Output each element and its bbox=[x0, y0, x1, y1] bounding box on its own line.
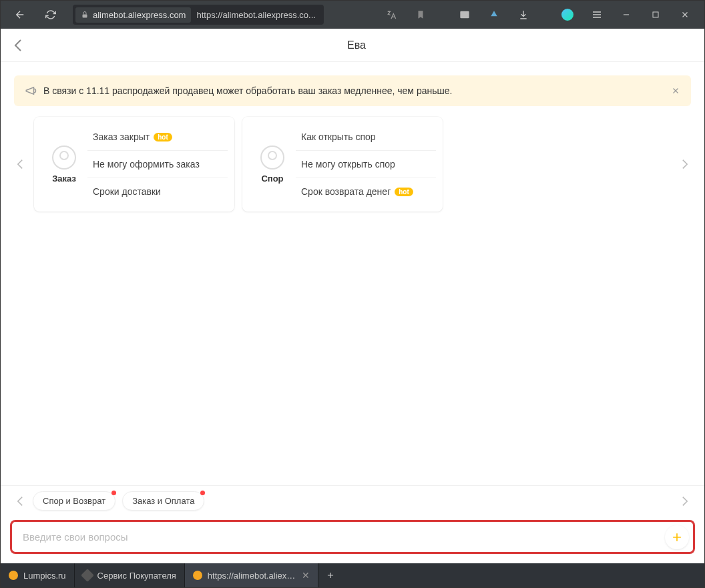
card-item[interactable]: Заказ закрыт hot bbox=[87, 123, 228, 151]
dispute-icon bbox=[260, 145, 284, 170]
svg-rect-2 bbox=[653, 12, 658, 17]
browser-tab[interactable]: Сервис Покупателя bbox=[75, 563, 185, 587]
svg-rect-0 bbox=[83, 15, 87, 18]
profile-icon[interactable] bbox=[553, 1, 581, 29]
close-window-button[interactable] bbox=[671, 1, 699, 29]
maximize-button[interactable] bbox=[642, 1, 670, 29]
tab-favicon bbox=[9, 571, 18, 580]
card-item[interactable]: Как открыть спор bbox=[296, 123, 436, 151]
reload-button[interactable] bbox=[37, 1, 65, 29]
minimize-button[interactable] bbox=[612, 1, 640, 29]
menu-icon[interactable] bbox=[583, 1, 611, 29]
suggestion-chips-row: Спор и Возврат Заказ и Оплата bbox=[1, 485, 704, 516]
bookmark-icon[interactable] bbox=[407, 1, 435, 29]
card-item[interactable]: Сроки доставки bbox=[87, 178, 228, 205]
browser-toolbar: alimebot.aliexpress.com https://alimebot… bbox=[1, 1, 704, 29]
url-path-text: https://alimebot.aliexpress.co... bbox=[191, 10, 320, 20]
card-label: Заказ bbox=[52, 174, 76, 184]
svg-rect-1 bbox=[460, 11, 469, 19]
notification-dot bbox=[111, 491, 116, 495]
suggestion-chip[interactable]: Спор и Возврат bbox=[33, 491, 115, 511]
extension-icon-2[interactable] bbox=[480, 1, 508, 29]
downloads-icon[interactable] bbox=[509, 1, 537, 29]
browser-tab[interactable]: Lumpics.ru bbox=[1, 563, 75, 587]
topic-card-dispute: Спор Как открыть спор Не могу открыть сп… bbox=[242, 117, 443, 212]
topic-card-order: Заказ Заказ закрыт hot Не могу оформить … bbox=[34, 117, 234, 212]
url-domain-text: alimebot.aliexpress.com bbox=[93, 10, 186, 20]
tab-favicon bbox=[193, 571, 202, 580]
back-button[interactable] bbox=[6, 1, 34, 29]
chips-prev-button[interactable] bbox=[14, 496, 26, 507]
order-icon bbox=[52, 145, 76, 170]
carousel-prev-button[interactable] bbox=[14, 159, 26, 170]
add-attachment-button[interactable] bbox=[665, 525, 689, 549]
extension-icon-1[interactable] bbox=[451, 1, 479, 29]
message-input-bar bbox=[10, 520, 695, 554]
page-content: Ева В связи с 11.11 распродажей продавец… bbox=[1, 29, 704, 563]
hot-badge: hot bbox=[154, 133, 172, 141]
browser-tab-bar: Lumpics.ru Сервис Покупателя https://ali… bbox=[1, 563, 704, 587]
notice-banner: В связи с 11.11 распродажей продавец мож… bbox=[14, 75, 691, 106]
card-item[interactable]: Не могу открыть спор bbox=[296, 151, 436, 178]
megaphone-icon bbox=[25, 85, 37, 97]
message-input[interactable] bbox=[15, 525, 658, 549]
tab-favicon bbox=[81, 569, 94, 582]
new-tab-button[interactable] bbox=[318, 563, 342, 587]
tab-close-button[interactable]: ✕ bbox=[302, 570, 310, 581]
page-header: Ева bbox=[1, 29, 704, 62]
lock-icon bbox=[81, 11, 89, 19]
page-back-button[interactable] bbox=[14, 39, 22, 52]
suggestion-chip[interactable]: Заказ и Оплата bbox=[122, 491, 204, 511]
translate-icon[interactable] bbox=[377, 1, 405, 29]
card-label: Спор bbox=[261, 174, 283, 184]
notice-text: В связи с 11.11 распродажей продавец мож… bbox=[43, 85, 664, 96]
cards-carousel: Заказ Заказ закрыт hot Не могу оформить … bbox=[14, 117, 691, 212]
notice-close-button[interactable] bbox=[671, 86, 680, 95]
scroll-area: В связи с 11.11 распродажей продавец мож… bbox=[1, 62, 704, 485]
hot-badge: hot bbox=[395, 188, 413, 196]
address-bar[interactable]: alimebot.aliexpress.com https://alimebot… bbox=[73, 5, 324, 25]
card-item[interactable]: Срок возврата денег hot bbox=[296, 178, 436, 205]
chips-next-button[interactable] bbox=[679, 496, 691, 507]
card-item[interactable]: Не могу оформить заказ bbox=[87, 151, 228, 178]
page-title: Ева bbox=[22, 39, 691, 51]
notification-dot bbox=[200, 491, 205, 495]
carousel-next-button[interactable] bbox=[679, 159, 691, 170]
browser-tab-active[interactable]: https://alimebot.aliexpre ✕ bbox=[185, 563, 318, 587]
